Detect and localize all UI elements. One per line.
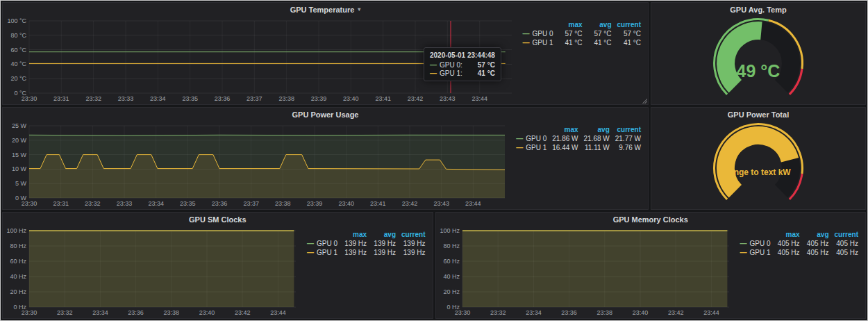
tooltip-value: 57 °C: [471, 61, 495, 69]
legend-series-name[interactable]: GPU 1: [533, 39, 553, 47]
x-axis-tick-label: 23:37: [247, 95, 262, 102]
chart-svg: 0 W5 W10 W15 W20 W25 W23:3023:3123:3223:…: [4, 121, 509, 208]
panel-title-text: GPU SM Clocks: [189, 215, 247, 224]
panel-body: 0 W5 W10 W15 W20 W25 W23:3023:3123:3223:…: [3, 121, 648, 209]
panel-gpu-power-usage: GPU Power Usage 0 W5 W10 W15 W20 W25 W23…: [2, 107, 649, 210]
legend-gpu-memory-clocks: maxavgcurrent—GPU 0405 Hz405 Hz405 Hz—GP…: [733, 226, 862, 317]
chart-wrap: 0 Hz20 Hz40 Hz60 Hz80 Hz100 Hz23:3023:32…: [4, 226, 300, 317]
legend-gpu-sm-clocks: maxavgcurrent—GPU 0139 Hz139 Hz139 Hz—GP…: [300, 226, 429, 317]
panel-gpu-sm-clocks: GPU SM Clocks 0 Hz20 Hz40 Hz60 Hz80 Hz10…: [2, 212, 433, 319]
x-axis-tick-label: 23:31: [53, 200, 69, 207]
y-axis-tick-label: 20 Hz: [10, 288, 26, 295]
panel-title-gpu-avg-temp[interactable]: GPU Avg. Temp: [651, 3, 865, 16]
y-axis-tick-label: 80 °C: [10, 32, 26, 39]
tooltip-row: — GPU 1: 41 °C: [430, 69, 495, 77]
legend-value: 405 Hz: [832, 239, 861, 248]
dashboard-row-2: GPU Power Usage 0 W5 W10 W15 W20 W25 W23…: [2, 107, 866, 210]
x-axis-tick-label: 23:40: [338, 200, 354, 207]
y-axis-tick-label: 60 °C: [10, 47, 26, 54]
series-color-dash: —: [516, 135, 523, 142]
gauge-svg: 49 °C: [675, 16, 842, 102]
panel-title-gpu-temperature[interactable]: GPU Temperature ▾: [3, 3, 648, 16]
x-axis-tick-label: 23:44: [270, 309, 286, 316]
panel-title-gpu-memory-clocks[interactable]: GPU Memory Clocks: [436, 213, 866, 226]
gauge-body: range to text kW: [651, 121, 865, 209]
x-axis-tick-label: 23:34: [92, 309, 108, 316]
panel-title-text: GPU Memory Clocks: [613, 215, 688, 224]
x-axis-tick-label: 23:38: [275, 200, 291, 207]
panel-gpu-memory-clocks: GPU Memory Clocks 0 Hz20 Hz40 Hz60 Hz80 …: [435, 212, 867, 319]
series-color-dash: —: [430, 61, 437, 69]
legend-series-name[interactable]: GPU 0: [533, 30, 553, 38]
gpu-power-total-gauge: range to text kW: [675, 121, 842, 210]
x-axis-tick-label: 23:35: [182, 95, 198, 102]
y-axis-tick-label: 25 W: [12, 122, 27, 129]
legend-value: 139 Hz: [369, 248, 399, 257]
legend-value: 57 °C: [615, 29, 644, 38]
x-axis-tick-label: 23:34: [526, 309, 542, 316]
x-axis-tick-label: 23:42: [408, 95, 424, 102]
legend-row: —GPU 141 °C41 °C41 °C: [520, 38, 644, 47]
gpu-memory-clocks-chart[interactable]: 0 Hz20 Hz40 Hz60 Hz80 Hz100 Hz23:3023:32…: [437, 226, 733, 317]
legend-column-header[interactable]: avg: [585, 20, 615, 29]
legend-row: —GPU 116.44 W11.11 W9.76 W: [513, 143, 644, 152]
y-axis-tick-label: 60 Hz: [443, 258, 460, 265]
panel-resize-handle[interactable]: [642, 98, 647, 104]
x-axis-tick-label: 23:41: [375, 95, 391, 102]
x-axis-tick-label: 23:32: [490, 309, 506, 316]
legend-value: 139 Hz: [340, 239, 369, 248]
panel-title-gpu-power-usage[interactable]: GPU Power Usage: [3, 108, 648, 121]
legend-series-name[interactable]: GPU 1: [526, 144, 546, 151]
legend-column-header[interactable]: max: [340, 230, 369, 239]
x-axis-tick-label: 23:41: [370, 200, 386, 207]
chart-tooltip: 2020-05-01 23:44:48 — GPU 0: 57 °C — GPU…: [424, 47, 501, 81]
y-axis-tick-label: 40 Hz: [443, 273, 460, 280]
gpu-power-usage-chart[interactable]: 0 W5 W10 W15 W20 W25 W23:3023:3123:3223:…: [4, 121, 509, 208]
panel-title-gpu-power-total[interactable]: GPU Power Total: [651, 108, 865, 121]
tooltip-row: — GPU 0: 57 °C: [430, 61, 495, 69]
y-axis-tick-label: 20 °C: [10, 75, 26, 82]
x-axis-tick-label: 23:38: [596, 309, 612, 316]
y-axis-tick-label: 10 W: [12, 165, 27, 172]
x-axis-tick-label: 23:35: [180, 200, 196, 207]
legend-value: 405 Hz: [803, 248, 832, 257]
y-axis-tick-label: 5 W: [15, 180, 27, 187]
legend-column-header[interactable]: current: [615, 20, 644, 29]
panel-body: 0 Hz20 Hz40 Hz60 Hz80 Hz100 Hz23:3023:32…: [436, 226, 866, 318]
legend-column-header[interactable]: max: [549, 125, 581, 134]
gpu-sm-clocks-chart[interactable]: 0 Hz20 Hz40 Hz60 Hz80 Hz100 Hz23:3023:32…: [4, 226, 300, 317]
chevron-down-icon: ▾: [358, 6, 360, 13]
legend-column-header[interactable]: avg: [581, 125, 612, 134]
panel-title-text: GPU Power Total: [728, 110, 789, 119]
legend-column-header[interactable]: max: [556, 20, 585, 29]
legend-series-name[interactable]: GPU 0: [750, 240, 771, 247]
legend-column-header[interactable]: current: [399, 230, 428, 239]
legend-row: —GPU 0405 Hz405 Hz405 Hz: [737, 239, 861, 248]
legend-series-name[interactable]: GPU 1: [317, 249, 337, 256]
panel-title-gpu-sm-clocks[interactable]: GPU SM Clocks: [3, 213, 433, 226]
legend-gpu-temperature: maxavgcurrent—GPU 057 °C57 °C57 °C—GPU 1…: [516, 16, 645, 103]
x-axis-tick-label: 23:40: [199, 309, 215, 316]
panel-title-text: GPU Power Usage: [292, 110, 359, 119]
x-axis-tick-label: 23:30: [22, 95, 37, 102]
legend-series-name[interactable]: GPU 0: [317, 240, 337, 247]
legend-column-header[interactable]: current: [612, 125, 644, 134]
legend-value: 139 Hz: [369, 239, 399, 248]
gauge-value-text: range to text kW: [726, 167, 791, 177]
legend-row: —GPU 021.86 W21.68 W21.77 W: [513, 134, 644, 143]
legend-column-header[interactable]: current: [832, 230, 861, 239]
legend-column-header[interactable]: avg: [369, 230, 399, 239]
x-axis-tick-label: 23:33: [117, 200, 133, 207]
y-axis-tick-label: 60 Hz: [10, 258, 26, 265]
legend-value: 21.86 W: [549, 134, 581, 143]
panel-title-text: GPU Avg. Temp: [730, 6, 787, 14]
legend-column-header[interactable]: max: [774, 230, 803, 239]
series-color-dash: —: [307, 249, 314, 256]
x-axis-tick-label: 23:40: [632, 309, 648, 316]
tooltip-series-name: GPU 1:: [440, 69, 462, 77]
legend-row: —GPU 0139 Hz139 Hz139 Hz: [304, 239, 428, 248]
y-axis-tick-label: 40 Hz: [10, 273, 26, 280]
legend-series-name[interactable]: GPU 0: [526, 135, 546, 142]
legend-series-name[interactable]: GPU 1: [750, 249, 771, 256]
legend-column-header[interactable]: avg: [803, 230, 832, 239]
